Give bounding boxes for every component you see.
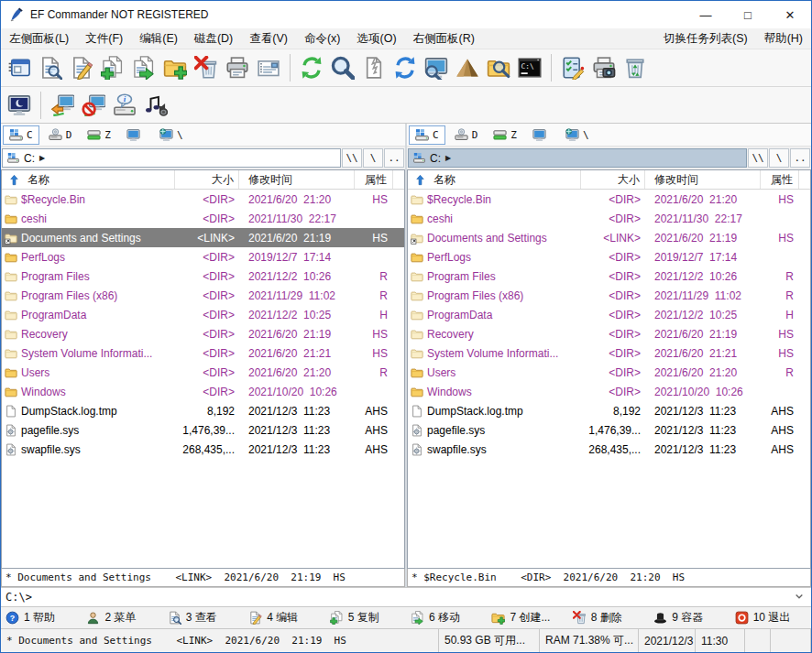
column-header-attr[interactable]: 属性 xyxy=(761,170,799,189)
audio-button[interactable] xyxy=(140,90,171,121)
path-root-button[interactable]: \ xyxy=(769,148,789,168)
drive-tab-Z[interactable]: Z xyxy=(487,125,523,145)
fn-exit-button[interactable]: 10 退出 xyxy=(730,607,811,628)
copy-button[interactable] xyxy=(97,52,128,83)
print-button[interactable] xyxy=(222,52,253,83)
drive-tab-desktop[interactable] xyxy=(120,125,150,145)
fn-copy-button[interactable]: 5 复制 xyxy=(325,607,406,628)
path-display[interactable]: C:▶ xyxy=(2,148,341,168)
path-parent-button[interactable]: .. xyxy=(790,148,810,168)
menu-item-0[interactable]: 左侧面板(L) xyxy=(1,28,77,49)
menu-item-4[interactable]: 查看(V) xyxy=(241,28,296,49)
new-folder-button[interactable] xyxy=(159,52,191,83)
fn-edit-file-button[interactable]: 4 编辑 xyxy=(244,607,324,628)
drive-tab-\[interactable]: \ xyxy=(153,125,190,145)
drive-tab-\[interactable]: \ xyxy=(559,125,596,145)
pyramid-button[interactable] xyxy=(452,52,483,83)
panels-button[interactable] xyxy=(4,52,35,83)
command-line[interactable]: C:\> xyxy=(1,587,811,607)
fn-view-file-button[interactable]: 3 查看 xyxy=(163,607,244,628)
fn-user-button[interactable]: 2 菜单 xyxy=(82,607,162,628)
fn-help-button[interactable]: ?1 帮助 xyxy=(1,607,82,628)
monitor-off-button[interactable] xyxy=(4,90,35,121)
drive-tab-D[interactable]: D xyxy=(448,125,485,145)
terminal-button[interactable]: C:\ xyxy=(514,52,545,83)
menu-item-5[interactable]: 命令(x) xyxy=(296,28,349,49)
file-row[interactable]: Users<DIR>2021/6/20 21:20R xyxy=(2,363,404,382)
file-row[interactable]: DumpStack.log.tmp8,1922021/12/3 11:23AHS xyxy=(408,401,810,420)
file-row[interactable]: ceshi<DIR>2021/11/30 22:17 xyxy=(408,209,810,228)
file-row[interactable]: Users<DIR>2021/6/20 21:20R xyxy=(408,363,810,382)
column-header-modified[interactable]: 修改时间 xyxy=(239,170,355,189)
fn-delete-button[interactable]: 8 删除 xyxy=(568,607,649,628)
compare-button[interactable] xyxy=(358,52,390,83)
file-row[interactable]: swapfile.sys268,435,...2021/12/3 11:23AH… xyxy=(408,440,810,459)
file-row[interactable]: ProgramData<DIR>2021/12/2 10:25H xyxy=(408,305,810,324)
file-row[interactable]: Program Files<DIR>2021/12/2 10:26R xyxy=(2,267,404,286)
file-row[interactable]: pagefile.sys1,476,39...2021/12/3 11:23AH… xyxy=(408,420,810,440)
file-row[interactable]: ProgramData<DIR>2021/12/2 10:25H xyxy=(2,305,404,324)
file-row[interactable]: $Recycle.Bin<DIR>2021/6/20 21:20HS xyxy=(408,190,810,209)
file-row[interactable]: Recovery<DIR>2021/6/20 21:19HS xyxy=(2,324,404,343)
column-header-size[interactable]: 大小 xyxy=(581,170,645,189)
drive-tab-desktop[interactable] xyxy=(526,125,556,145)
unmap-drive-button[interactable] xyxy=(78,90,109,121)
file-row[interactable]: Windows<DIR>2021/10/20 10:26 xyxy=(408,382,810,401)
file-row[interactable]: Windows<DIR>2021/10/20 10:26 xyxy=(2,382,404,401)
file-row[interactable]: PerfLogs<DIR>2019/12/7 17:14 xyxy=(2,247,404,267)
file-row[interactable]: ceshi<DIR>2021/11/30 22:17 xyxy=(2,209,404,228)
drive-info-button[interactable]: i xyxy=(109,90,140,121)
column-header-modified[interactable]: 修改时间 xyxy=(645,170,761,189)
file-row[interactable]: Program Files (x86)<DIR>2021/11/29 11:02… xyxy=(2,286,404,305)
card-button[interactable] xyxy=(253,52,284,83)
file-row[interactable]: PerfLogs<DIR>2019/12/7 17:14 xyxy=(408,247,810,267)
chevron-down-icon[interactable] xyxy=(792,593,807,602)
column-header-size[interactable]: 大小 xyxy=(175,170,239,189)
maximize-button[interactable]: □ xyxy=(727,1,769,28)
view-file-button[interactable] xyxy=(35,52,66,83)
drive-tab-C[interactable]: C xyxy=(409,125,445,145)
file-row[interactable]: Recovery<DIR>2021/6/20 21:19HS xyxy=(408,324,810,343)
menu-item-1[interactable]: 文件(F) xyxy=(77,28,131,49)
edit-file-button[interactable] xyxy=(66,52,97,83)
file-row[interactable]: $Recycle.Bin<DIR>2021/6/20 21:20HS xyxy=(2,190,404,209)
column-header-name[interactable]: 名称 xyxy=(408,170,581,189)
path-root-button[interactable]: \ xyxy=(363,148,383,168)
path-display[interactable]: C:▶ xyxy=(408,148,747,168)
drive-tab-Z[interactable]: Z xyxy=(81,125,117,145)
map-drive-button[interactable] xyxy=(47,90,78,121)
close-button[interactable]: ✕ xyxy=(769,1,811,28)
print-screen-button[interactable] xyxy=(588,52,620,83)
path-parent-button[interactable]: .. xyxy=(384,148,404,168)
file-row[interactable]: System Volume Informati...<DIR>2021/6/20… xyxy=(2,343,404,363)
file-row[interactable]: swapfile.sys268,435,...2021/12/3 11:23AH… xyxy=(2,440,404,459)
fn-new-folder-button[interactable]: 7 创建... xyxy=(487,607,567,628)
folder-search-button[interactable] xyxy=(483,52,514,83)
minimize-button[interactable]: — xyxy=(685,1,727,28)
file-row[interactable]: System Volume Informati...<DIR>2021/6/20… xyxy=(408,343,810,363)
menu-item-3[interactable]: 磁盘(D) xyxy=(186,28,241,49)
file-row[interactable]: DumpStack.log.tmp8,1922021/12/3 11:23AHS xyxy=(2,401,404,420)
menu-item-right-0[interactable]: 切换任务列表(S) xyxy=(655,28,756,49)
file-row[interactable]: Documents and Settings<LINK>2021/6/20 21… xyxy=(2,228,404,247)
fn-move-button[interactable]: 6 移动 xyxy=(406,607,487,628)
column-header-name[interactable]: 名称 xyxy=(2,170,175,189)
recycle-bin-button[interactable] xyxy=(620,52,651,83)
menu-item-6[interactable]: 选项(O) xyxy=(349,28,405,49)
search-button[interactable] xyxy=(327,52,358,83)
file-row[interactable]: Documents and Settings<LINK>2021/6/20 21… xyxy=(408,228,810,247)
column-header-attr[interactable]: 属性 xyxy=(355,170,393,189)
path-network-button[interactable]: \\ xyxy=(342,148,362,168)
checklist-button[interactable] xyxy=(557,52,588,83)
file-row[interactable]: pagefile.sys1,476,39...2021/12/3 11:23AH… xyxy=(2,420,404,440)
screen-search-button[interactable] xyxy=(421,52,452,83)
file-row[interactable]: Program Files (x86)<DIR>2021/11/29 11:02… xyxy=(408,286,810,305)
refresh-blue-button[interactable] xyxy=(390,52,421,83)
file-row[interactable]: Program Files<DIR>2021/12/2 10:26R xyxy=(408,267,810,286)
fn-tophat-button[interactable]: 9 容器 xyxy=(649,607,730,628)
menu-item-2[interactable]: 编辑(E) xyxy=(131,28,186,49)
path-network-button[interactable]: \\ xyxy=(748,148,768,168)
delete-button[interactable] xyxy=(191,52,222,83)
refresh-green-button[interactable] xyxy=(296,52,327,83)
drive-tab-C[interactable]: C xyxy=(3,125,39,145)
